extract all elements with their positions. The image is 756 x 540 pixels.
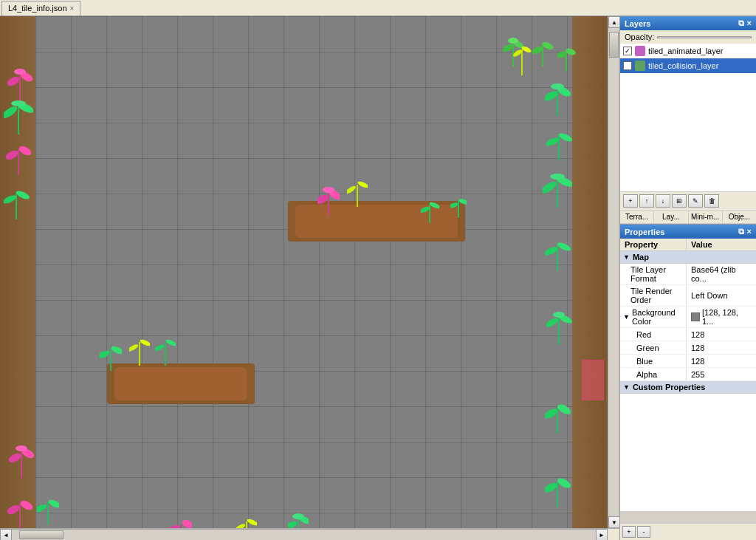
scroll-corner <box>608 529 619 540</box>
layer-delete-btn[interactable]: 🗑 <box>704 194 719 208</box>
svg-point-32 <box>347 185 357 195</box>
layer-checkbox-animated[interactable]: ✓ <box>623 47 632 55</box>
layers-controls: ⧉ × <box>738 18 752 28</box>
svg-point-87 <box>236 522 246 528</box>
props-add-btn[interactable]: + <box>622 526 636 538</box>
props-section-custom[interactable]: ▼ Custom Properties <box>620 381 756 394</box>
canvas-vscroll[interactable]: ▲ ▼ <box>608 16 619 528</box>
plant-right-6 <box>545 393 571 434</box>
main-layout: ▲ ▼ ◄ ► Layers <box>0 16 756 540</box>
svg-point-18 <box>6 148 19 162</box>
map-canvas[interactable] <box>0 16 608 528</box>
svg-point-43 <box>551 83 564 89</box>
props-table: Property Value ▼ Map Tile Layer Format B… <box>620 239 756 511</box>
svg-point-81 <box>37 503 48 514</box>
svg-point-55 <box>546 317 560 329</box>
prop-alpha-value: 255 <box>687 368 756 380</box>
prop-render-order-value: Left Down <box>687 285 756 306</box>
hscroll-track[interactable] <box>12 530 596 540</box>
tab-objects[interactable]: Obje... <box>723 211 756 223</box>
layer-item-collision[interactable]: ✓ tiled_collision_layer <box>620 58 756 73</box>
svg-point-72 <box>165 338 176 347</box>
custom-section-label: Custom Properties <box>633 383 705 392</box>
plant-ll-green2 <box>129 330 150 366</box>
layer-name-animated: tiled_animated_layer <box>648 47 724 55</box>
svg-point-79 <box>19 499 33 512</box>
layer-item-animated[interactable]: ✓ tiled_animated_layer <box>620 44 756 58</box>
prop-tile-format-label: Tile Layer Format <box>620 264 687 284</box>
map-section-arrow: ▼ <box>623 253 630 261</box>
bg-color-swatch <box>691 312 700 321</box>
svg-point-21 <box>4 104 19 120</box>
plant-lower-left-pink <box>9 437 35 478</box>
layer-edit-btn[interactable]: ✎ <box>688 194 703 208</box>
hscroll-container[interactable]: ◄ ► <box>0 529 608 540</box>
svg-point-71 <box>155 344 165 352</box>
plant-bottom-yellow <box>236 510 257 528</box>
vscroll-down[interactable]: ▼ <box>608 516 619 528</box>
tab-label: L4_tile_info.json <box>8 4 67 13</box>
props-close[interactable]: × <box>747 227 752 236</box>
right-panel: Layers ⧉ × Opacity: ✓ tiled_animated_lay… <box>619 16 756 540</box>
panel-tabs-row: Terra... Lay... Mini-m... Obje... <box>620 210 756 224</box>
svg-point-16 <box>14 69 26 75</box>
props-delete-btn[interactable]: - <box>637 526 650 538</box>
layers-title: Layers <box>625 19 650 28</box>
props-row-red: Red 128 <box>620 328 756 341</box>
prop-alpha-label: Alpha <box>620 368 687 380</box>
layer-down-btn[interactable]: ↓ <box>656 194 670 208</box>
tab-layers[interactable]: Lay... <box>654 211 688 223</box>
custom-section-arrow: ▼ <box>623 383 630 391</box>
hscroll-thumb[interactable] <box>19 530 63 539</box>
plant-right-4 <box>545 230 571 271</box>
plant-green-left-1 <box>4 90 33 134</box>
props-row-bg-color[interactable]: ▼ Background Color [128, 128, 1... <box>620 307 756 328</box>
svg-point-52 <box>545 245 559 257</box>
opacity-slider[interactable] <box>657 36 752 38</box>
plant-right-1 <box>545 75 571 116</box>
props-row-alpha: Alpha 255 <box>620 368 756 381</box>
svg-point-26 <box>15 189 30 201</box>
layer-add-btn[interactable]: + <box>623 194 638 208</box>
plant-left-2 <box>6 134 32 175</box>
layer-duplicate-btn[interactable]: ⊞ <box>672 194 687 208</box>
hscroll-left[interactable]: ◄ <box>0 529 12 540</box>
svg-point-68 <box>129 343 139 352</box>
opacity-label: Opacity: <box>625 33 654 41</box>
tab-bar: L4_tile_info.json × <box>0 0 756 16</box>
layer-up-btn[interactable]: ↑ <box>639 194 654 208</box>
layers-restore[interactable]: ⧉ <box>738 18 744 28</box>
prop-red-value: 128 <box>687 328 756 341</box>
props-row-render-order: Tile Render Order Left Down <box>620 285 756 307</box>
bg-color-arrow: ▼ <box>623 313 630 321</box>
props-hscroll-track[interactable] <box>620 512 756 523</box>
plant-terrain-green2 <box>450 192 467 218</box>
map-section-label: Map <box>633 253 649 262</box>
svg-point-69 <box>139 338 150 347</box>
tab-minimap[interactable]: Mini-m... <box>689 211 723 223</box>
vscroll-thumb[interactable] <box>609 32 619 58</box>
prop-render-order-label: Tile Render Order <box>620 285 687 306</box>
props-section-map[interactable]: ▼ Map <box>620 251 756 264</box>
vscroll-up[interactable]: ▲ <box>608 16 619 28</box>
properties-panel: Properties ⧉ × Property Value ▼ Map <box>620 225 756 540</box>
svg-point-28 <box>317 193 329 206</box>
svg-point-76 <box>16 445 27 451</box>
plant-lower-left-pink2 <box>7 489 33 528</box>
layers-close[interactable]: × <box>747 18 752 28</box>
props-hscroll[interactable] <box>620 511 756 523</box>
hscroll-right[interactable]: ► <box>596 529 608 540</box>
svg-point-30 <box>323 187 334 193</box>
props-restore[interactable]: ⧉ <box>738 227 744 236</box>
vscroll-track[interactable] <box>608 28 619 516</box>
layer-checkbox-collision[interactable]: ✓ <box>623 61 632 70</box>
svg-point-48 <box>543 180 558 196</box>
plant-lower-left-green <box>37 488 59 524</box>
plant-bottom-green <box>288 507 309 528</box>
file-tab[interactable]: L4_tile_info.json × <box>1 1 80 16</box>
svg-point-90 <box>288 520 298 528</box>
svg-point-46 <box>557 131 572 143</box>
tab-terrain[interactable]: Terra... <box>620 211 654 223</box>
svg-point-66 <box>110 345 122 356</box>
tab-close[interactable]: × <box>70 4 75 13</box>
